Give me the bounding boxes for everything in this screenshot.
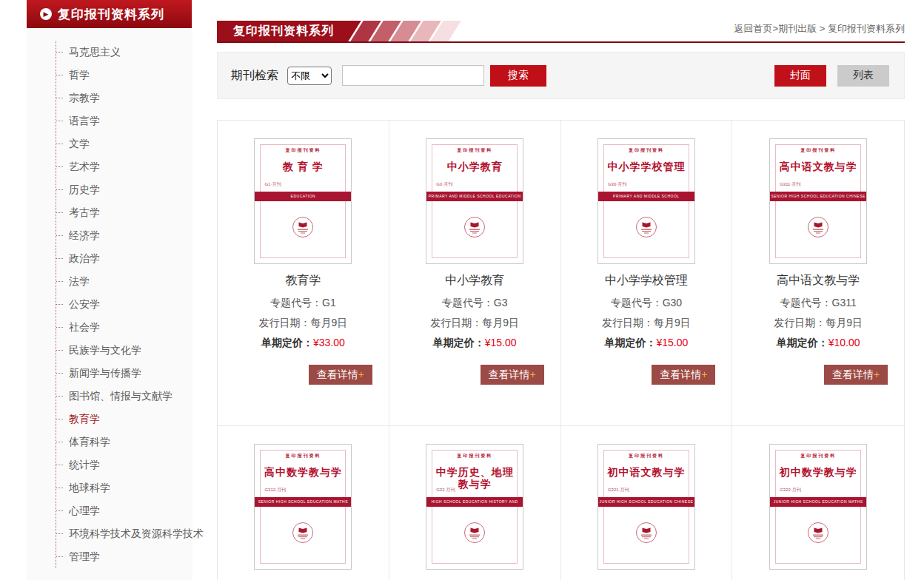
journal-cover[interactable]: 复印报刊资料 初中语文教与学 G321·月刊 JUNIOR HIGH SCHOO…	[597, 444, 695, 570]
press-seal-logo	[292, 216, 314, 238]
sidebar-item-label: 管理学	[69, 550, 100, 564]
cover-band: SENIOR HIGH SCHOOL EDUCATION MATHS TEACH…	[255, 497, 351, 507]
cover-masthead: 复印报刊资料	[598, 147, 694, 154]
date-label: 发行日期：	[602, 317, 654, 328]
sidebar-header: ▶ 复印报刊资料系列	[27, 0, 192, 28]
sidebar-item-label: 教育学	[69, 413, 100, 426]
breadcrumb-parent-link[interactable]: 期刊出版	[778, 23, 817, 34]
journal-cover[interactable]: 复印报刊资料 中小学学校管理 G30·月刊 PRIMARY AND MIDDLE…	[597, 138, 695, 264]
journal-meta: 专题代号：G1 发行日期：每月9日 单期定价：¥33.00	[218, 293, 389, 353]
journal-title[interactable]: 中小学学校管理	[561, 273, 732, 289]
sidebar-item[interactable]: 统计学	[56, 453, 204, 476]
sidebar-item[interactable]: 考古学	[56, 201, 204, 224]
journal-title[interactable]: 高中语文教与学	[732, 273, 904, 289]
tree-connector-icon	[56, 488, 63, 488]
tree-connector-icon	[56, 350, 63, 351]
cover-band: JUNIOR HIGH SCHOOL EDUCATION MATHS TEACH…	[770, 497, 866, 507]
view-details-button[interactable]: 查看详情+	[481, 365, 544, 385]
journal-cover[interactable]: 复印报刊资料 初中数学教与学 G322·月刊 JUNIOR HIGH SCHOO…	[769, 444, 867, 570]
journal-code-row: 专题代号：G311	[732, 293, 904, 313]
journal-card: 复印报刊资料 中小学学校管理 G30·月刊 PRIMARY AND MIDDLE…	[561, 121, 733, 426]
sidebar-item[interactable]: 历史学	[56, 178, 204, 201]
sidebar-item[interactable]: 图书馆、情报与文献学	[56, 385, 204, 408]
plus-icon: +	[701, 368, 707, 380]
search-input[interactable]	[342, 65, 484, 86]
sidebar-item[interactable]: 经济学	[56, 224, 204, 247]
journal-cover[interactable]: 复印报刊资料 中小学教育 G3·月刊 PRIMARY AND MIDDLE SC…	[426, 138, 523, 264]
view-cover-button[interactable]: 封面	[774, 65, 826, 87]
sidebar-item-label: 艺术学	[69, 161, 100, 174]
sidebar-item[interactable]: 地球科学	[56, 476, 204, 499]
journal-cover[interactable]: 复印报刊资料 教 育 学 G1·月刊 EDUCATION	[254, 138, 352, 264]
press-seal-logo	[635, 216, 657, 238]
sidebar-item-label: 环境科学技术及资源科学技术	[69, 527, 204, 541]
journal-card: 复印报刊资料 教 育 学 G1·月刊 EDUCATION 教育学	[218, 121, 389, 426]
sidebar-item[interactable]: 艺术学	[56, 155, 204, 178]
view-details-button[interactable]: 查看详情+	[309, 365, 372, 385]
tree-connector-icon	[56, 144, 63, 144]
journal-code-row: 专题代号：G30	[561, 293, 732, 313]
cover-band: SENIOR HIGH SCHOOL EDUCATION CHINESE TEA…	[770, 192, 866, 201]
price-value: ¥15.00	[485, 337, 517, 348]
view-details-button[interactable]: 查看详情+	[652, 365, 715, 385]
sidebar-item-label: 民族学与文化学	[69, 344, 141, 357]
sidebar-item[interactable]: 哲学	[56, 64, 204, 87]
journal-cover[interactable]: 复印报刊资料 高中语文教与学 G311·月刊 SENIOR HIGH SCHOO…	[769, 138, 867, 264]
date-label: 发行日期：	[774, 317, 826, 328]
journal-meta: 专题代号：G311 发行日期：每月9日 单期定价：¥10.00	[732, 293, 904, 353]
journal-price-row: 单期定价：¥15.00	[561, 333, 732, 353]
sidebar-item[interactable]: 法学	[56, 270, 204, 293]
sidebar-item[interactable]: 新闻学与传播学	[56, 362, 204, 385]
date-value: 每月9日	[826, 317, 863, 328]
tree-connector-icon	[56, 327, 63, 328]
sidebar-item[interactable]: 马克思主义	[56, 41, 204, 64]
sidebar-item-label: 体育科学	[69, 436, 110, 449]
sidebar-item[interactable]: 教育学	[56, 408, 204, 431]
sidebar-item[interactable]: 体育科学	[56, 431, 204, 453]
sidebar-item-label: 历史学	[69, 183, 100, 197]
sidebar-item[interactable]: 管理学	[56, 545, 204, 568]
code-label: 专题代号：	[611, 297, 663, 308]
breadcrumb-current[interactable]: 复印报刊资料系列	[828, 23, 905, 34]
sidebar-item-label: 宗教学	[69, 92, 100, 105]
press-seal-logo	[463, 522, 486, 544]
date-value: 每月9日	[654, 317, 691, 328]
sidebar-item[interactable]: 公安学	[56, 293, 204, 316]
sidebar-item[interactable]: 民族学与文化学	[56, 339, 204, 362]
journal-card-grid: 复印报刊资料 教 育 学 G1·月刊 EDUCATION 教育学	[217, 120, 905, 580]
sidebar-item[interactable]: 心理学	[56, 499, 204, 522]
plus-icon: +	[529, 368, 535, 380]
sidebar-item[interactable]: 文学	[56, 132, 204, 155]
breadcrumb-home-link[interactable]: 返回首页	[734, 23, 773, 34]
journal-card: 复印报刊资料 初中语文教与学 G321·月刊 JUNIOR HIGH SCHOO…	[561, 426, 733, 580]
sidebar-item[interactable]: 宗教学	[56, 87, 204, 109]
sidebar-item[interactable]: 环境科学技术及资源科学技术	[56, 522, 204, 545]
journal-title[interactable]: 中小学教育	[389, 273, 560, 289]
sidebar-item[interactable]: 社会学	[56, 316, 204, 339]
sidebar-item-label: 哲学	[69, 69, 90, 82]
cover-code: G322·月刊	[780, 487, 801, 493]
journal-cover[interactable]: 复印报刊资料 中学历史、地理 教与学 G32·月刊 HIGH SCHOOL ED…	[426, 444, 523, 570]
journal-info: 高中语文教与学 专题代号：G311 发行日期：每月9日 单期定价：¥10.00 …	[732, 273, 904, 385]
sidebar-item[interactable]: 政治学	[56, 247, 204, 270]
cover-band: PRIMARY AND MIDDLE SCHOOL MANAGEMENT	[598, 192, 694, 201]
journal-card: 复印报刊资料 中小学教育 G3·月刊 PRIMARY AND MIDDLE SC…	[389, 121, 561, 426]
search-filter-select[interactable]: 不限	[287, 67, 332, 85]
price-value: ¥15.00	[656, 337, 688, 348]
sidebar-item[interactable]: 语言学	[56, 109, 204, 132]
journal-title[interactable]: 教育学	[218, 273, 389, 289]
sidebar-item-label: 新闻学与传播学	[69, 367, 141, 380]
sidebar-item-label: 统计学	[69, 459, 100, 472]
tree-connector-icon	[56, 258, 63, 259]
plus-icon: +	[874, 368, 880, 380]
journal-cover[interactable]: 复印报刊资料 高中数学教与学 G312·月刊 SENIOR HIGH SCHOO…	[254, 444, 352, 570]
date-label: 发行日期：	[258, 317, 310, 328]
cover-masthead: 复印报刊资料	[770, 453, 866, 459]
tree-connector-icon	[56, 304, 63, 305]
view-details-button[interactable]: 查看详情+	[824, 365, 888, 385]
search-button[interactable]: 搜索	[490, 65, 546, 87]
cover-title: 高中数学教与学	[255, 466, 351, 478]
view-list-button[interactable]: 列表	[837, 65, 889, 87]
cover-masthead: 复印报刊资料	[255, 453, 351, 459]
cover-title: 中小学教育	[426, 161, 523, 172]
